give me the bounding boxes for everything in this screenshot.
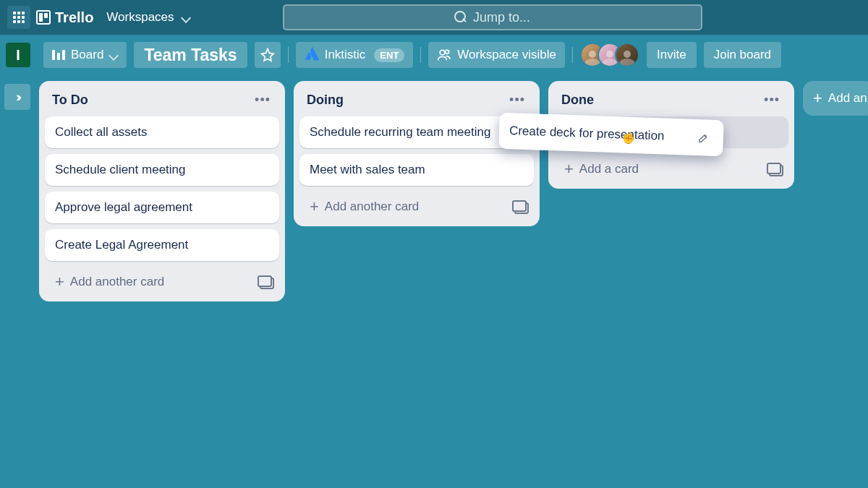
apps-switcher-button[interactable] xyxy=(7,6,30,29)
chevron-double-right-icon: ›› xyxy=(16,90,19,105)
trello-logo[interactable]: Trello xyxy=(36,9,93,26)
view-switcher-button[interactable]: Board xyxy=(43,42,127,68)
search-icon xyxy=(454,11,467,24)
people-icon xyxy=(437,48,451,62)
star-board-button[interactable] xyxy=(255,42,281,68)
add-card-button[interactable]: + Add a card xyxy=(560,158,643,180)
card[interactable]: Meet with sales team xyxy=(299,154,534,186)
org-button[interactable]: Inktistic ENT xyxy=(296,42,414,68)
avatar[interactable] xyxy=(615,43,639,67)
list-title[interactable]: Doing xyxy=(307,93,344,108)
list-menu-button[interactable]: ••• xyxy=(252,91,273,109)
card[interactable]: Approve legal agreement xyxy=(45,192,279,223)
card-title: Create deck for presentation ✊ xyxy=(509,124,665,143)
global-search-input[interactable]: Jump to... xyxy=(283,4,702,30)
join-board-button[interactable]: Join board xyxy=(704,42,781,68)
workspaces-label: Workspaces xyxy=(106,10,174,25)
svg-point-0 xyxy=(441,50,446,55)
card-template-button[interactable] xyxy=(767,163,783,176)
plus-icon: + xyxy=(55,274,64,290)
card[interactable]: Schedule client meeting xyxy=(45,154,279,186)
divider xyxy=(288,47,289,63)
plus-icon: + xyxy=(813,90,822,106)
edit-card-button[interactable] xyxy=(694,128,713,147)
trello-logo-icon xyxy=(36,10,51,25)
list: Doing ••• Schedule recurring team meetin… xyxy=(294,81,540,226)
board-header: I Board Team Tasks Inktistic ENT Workspa… xyxy=(0,35,868,75)
divider xyxy=(420,47,421,63)
trello-logo-text: Trello xyxy=(55,9,93,26)
chevron-down-icon xyxy=(109,51,118,59)
plus-icon: + xyxy=(310,199,319,215)
member-avatars[interactable] xyxy=(580,43,639,67)
board-title[interactable]: Team Tasks xyxy=(134,42,247,68)
chevron-down-icon xyxy=(182,13,190,22)
atlassian-icon xyxy=(305,46,319,64)
add-card-button[interactable]: + Add another card xyxy=(51,271,169,293)
apps-grid-icon xyxy=(13,12,25,23)
plus-icon: + xyxy=(564,161,574,177)
add-card-button[interactable]: + Add another card xyxy=(305,196,423,218)
board-canvas: ›› To Do ••• Collect all assets Schedule… xyxy=(0,75,868,488)
star-icon xyxy=(260,48,275,62)
board-view-icon xyxy=(52,50,65,60)
visibility-button[interactable]: Workspace visible xyxy=(428,42,565,68)
card[interactable]: Collect all assets xyxy=(45,116,279,148)
expand-sidebar-button[interactable]: ›› xyxy=(4,84,30,110)
card-template-button[interactable] xyxy=(258,275,273,288)
workspaces-menu-button[interactable]: Workspaces xyxy=(99,6,197,29)
list-menu-button[interactable]: ••• xyxy=(506,91,528,109)
list-title[interactable]: Done xyxy=(561,93,594,108)
workspace-avatar[interactable]: I xyxy=(6,43,30,67)
plan-badge: ENT xyxy=(374,48,404,62)
card[interactable]: Create Legal Agreement xyxy=(45,229,279,261)
card-template-button[interactable] xyxy=(512,200,528,213)
invite-button[interactable]: Invite xyxy=(647,42,697,68)
grab-cursor-icon: ✊ xyxy=(622,132,635,145)
global-header: Trello Workspaces Jump to... xyxy=(0,0,868,35)
svg-point-1 xyxy=(446,50,449,53)
list: To Do ••• Collect all assets Schedule cl… xyxy=(39,81,285,301)
add-list-button[interactable]: + Add an xyxy=(803,81,868,116)
search-placeholder: Jump to... xyxy=(473,10,530,25)
divider xyxy=(572,47,573,63)
list-title[interactable]: To Do xyxy=(52,93,88,108)
list-menu-button[interactable]: ••• xyxy=(761,91,783,109)
